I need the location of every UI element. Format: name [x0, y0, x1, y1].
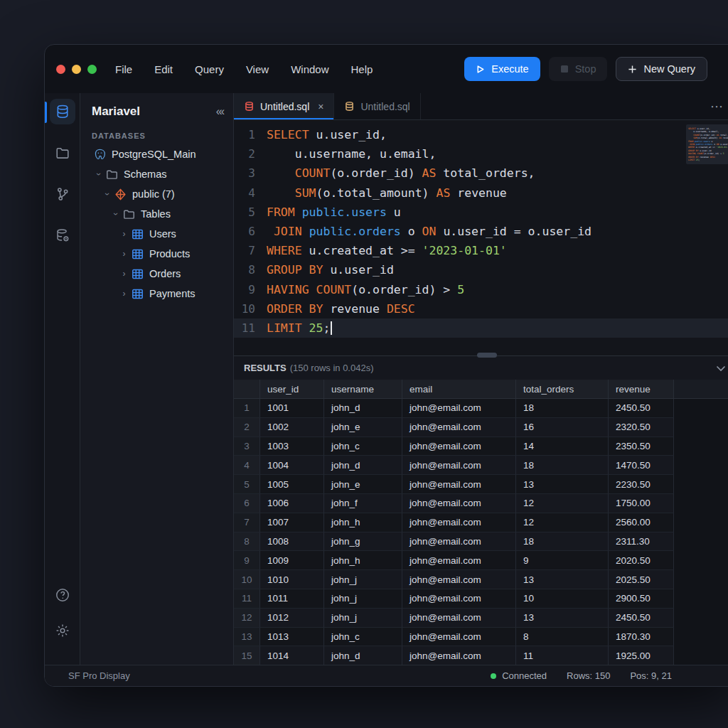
table-cell[interactable]: 2020.50 [609, 551, 674, 570]
table-row[interactable]: 111011john_jjohn@email.com102900.50 [234, 589, 728, 609]
table-cell[interactable]: 1925.00 [609, 646, 674, 665]
row-number-cell[interactable]: 4 [234, 456, 260, 475]
table-cell[interactable]: 12 [516, 494, 609, 513]
table-cell[interactable]: 13 [516, 475, 609, 494]
chevron-right-icon[interactable]: › [119, 269, 129, 279]
chevron-down-icon[interactable]: › [94, 169, 104, 180]
table-cell[interactable]: 2350.50 [609, 437, 674, 456]
minimize-window-button[interactable] [72, 65, 81, 74]
results-collapse-chevron-icon[interactable] [716, 362, 726, 374]
execute-button[interactable]: Execute [464, 57, 540, 81]
table-row[interactable]: 41004john_djohn@email.com181470.50 [234, 456, 728, 475]
code-line-3[interactable]: 3 COUNT(o.order_id) AS total_orders, [234, 164, 728, 183]
tab-overflow-icon[interactable]: ⋯ [710, 99, 728, 114]
row-number-cell[interactable]: 5 [234, 475, 260, 494]
row-number-cell[interactable]: 1 [234, 399, 260, 418]
table-cell[interactable]: john_c [324, 437, 402, 456]
table-cell[interactable]: john_d [324, 456, 402, 475]
table-row[interactable]: 21002john_ejohn@email.com162320.50 [234, 418, 728, 437]
code-line-4[interactable]: 4 SUM(o.total_amount) AS revenue [234, 183, 728, 203]
table-cell[interactable]: 2320.50 [609, 418, 674, 437]
table-cell[interactable]: 1005 [260, 475, 324, 494]
table-row[interactable]: 151014john_djohn@email.com111925.00 [234, 646, 728, 665]
row-number-cell[interactable]: 11 [234, 589, 260, 609]
table-row[interactable]: 61006john_fjohn@email.com121750.00 [234, 494, 728, 513]
code-line-8[interactable]: 8GROUP BY u.user_id [234, 260, 728, 279]
table-row[interactable]: 71007john_hjohn@email.com122560.00 [234, 513, 728, 532]
table-cell[interactable]: john_h [324, 513, 402, 532]
table-row[interactable]: 51005john_ejohn@email.com132230.50 [234, 475, 728, 494]
table-cell[interactable]: 2450.50 [609, 609, 674, 628]
table-cell[interactable]: 18 [516, 456, 609, 475]
table-cell[interactable]: 2560.00 [609, 513, 674, 532]
column-header-revenue[interactable]: revenue [609, 380, 674, 398]
stop-button[interactable]: Stop [549, 57, 608, 81]
table-cell[interactable]: 1013 [260, 628, 324, 647]
table-cell[interactable]: john@email.com [402, 513, 516, 532]
table-cell[interactable]: john@email.com [402, 589, 516, 609]
table-cell[interactable]: 2450.50 [609, 399, 674, 418]
table-cell[interactable]: john@email.com [402, 418, 516, 437]
code-line-11[interactable]: 11LIMIT 25; [234, 318, 728, 338]
table-cell[interactable]: 2900.50 [609, 589, 674, 609]
menu-view[interactable]: View [246, 63, 269, 75]
table-cell[interactable]: 1750.00 [609, 494, 674, 513]
settings-gear-icon[interactable] [50, 618, 75, 643]
rail-database-settings-icon[interactable] [50, 223, 75, 248]
table-cell[interactable]: 1001 [260, 399, 324, 418]
tab-untitled-sql-inactive[interactable]: Untitled.sql [334, 93, 420, 119]
tab-untitled-sql-active[interactable]: Untitled.sql × [234, 93, 334, 119]
table-cell[interactable]: 9 [516, 551, 609, 570]
table-row[interactable]: 81008john_gjohn@email.com182311.30 [234, 532, 728, 552]
chevron-right-icon[interactable]: › [119, 289, 129, 299]
menu-edit[interactable]: Edit [154, 63, 173, 75]
chevron-right-icon[interactable]: › [119, 229, 129, 239]
row-number-cell[interactable]: 9 [234, 551, 260, 570]
table-cell[interactable]: 2311.30 [609, 532, 674, 552]
rail-database-icon[interactable] [50, 99, 75, 124]
table-cell[interactable]: john@email.com [402, 456, 516, 475]
help-icon[interactable] [50, 582, 75, 608]
table-cell[interactable]: john_h [324, 551, 402, 570]
row-number-cell[interactable]: 3 [234, 437, 260, 456]
tab-close-icon[interactable]: × [318, 101, 323, 112]
code-line-5[interactable]: 5FROM public.users u [234, 203, 728, 222]
new-query-button[interactable]: New Query [616, 57, 707, 81]
table-cell[interactable]: 16 [516, 418, 609, 437]
table-cell[interactable]: 1004 [260, 456, 324, 475]
sql-editor[interactable]: 1SELECT u.user_id,2 u.username, u.email,… [234, 120, 728, 349]
table-cell[interactable]: 12 [516, 513, 609, 532]
table-row[interactable]: 31003john_cjohn@email.com142350.50 [234, 437, 728, 456]
table-cell[interactable]: 18 [516, 399, 609, 418]
row-number-cell[interactable]: 2 [234, 418, 260, 437]
table-row[interactable]: 11001john_djohn@email.com182450.50 [234, 399, 728, 418]
row-number-cell[interactable]: 8 [234, 532, 260, 552]
zoom-window-button[interactable] [87, 65, 97, 74]
table-cell[interactable]: 1870.30 [609, 628, 674, 647]
table-cell[interactable]: john_j [324, 609, 402, 628]
code-line-10[interactable]: 10ORDER BY revenue DESC [234, 299, 728, 318]
table-cell[interactable]: john@email.com [402, 646, 516, 665]
table-cell[interactable]: john_j [324, 589, 402, 609]
table-cell[interactable]: 2230.50 [609, 475, 674, 494]
tree-item-public-7[interactable]: ›public (7) [80, 184, 233, 204]
tree-item-tables[interactable]: ›Tables [80, 204, 233, 224]
table-cell[interactable]: john_f [324, 494, 402, 513]
column-header-user-id[interactable]: user_id [260, 380, 324, 398]
chevron-right-icon[interactable]: › [119, 249, 129, 259]
chevron-down-icon[interactable]: › [102, 189, 112, 200]
table-cell[interactable]: 11 [516, 646, 609, 665]
table-cell[interactable]: 18 [516, 532, 609, 552]
chevron-down-icon[interactable]: › [111, 209, 121, 220]
table-cell[interactable]: 13 [516, 570, 609, 589]
row-number-cell[interactable]: 15 [234, 646, 260, 665]
column-header-total-orders[interactable]: total_orders [516, 380, 609, 398]
column-header-username[interactable]: username [324, 380, 402, 398]
row-number-cell[interactable]: 6 [234, 494, 260, 513]
table-cell[interactable]: 1008 [260, 532, 324, 552]
table-cell[interactable]: john@email.com [402, 494, 516, 513]
rail-git-branch-icon[interactable] [50, 181, 75, 207]
table-cell[interactable]: 1010 [260, 570, 324, 589]
table-cell[interactable]: john_e [324, 475, 402, 494]
table-cell[interactable]: john_d [324, 646, 402, 665]
